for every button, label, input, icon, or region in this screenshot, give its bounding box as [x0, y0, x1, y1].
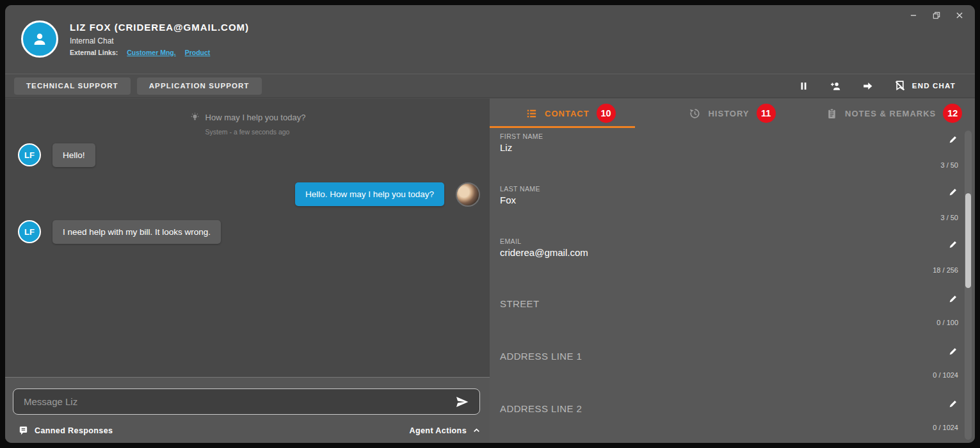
app-window: LIZ FOX (CRIDEREA@GMAIL.COM) Internal Ch… — [5, 5, 975, 443]
system-message-text: How may I help you today? — [205, 113, 306, 122]
edit-last-name-button[interactable] — [947, 187, 958, 198]
close-icon — [955, 11, 964, 20]
field-last-name: LAST NAME Fox 3 / 50 — [490, 180, 975, 233]
edit-address-line-1-button[interactable] — [947, 346, 958, 357]
char-counter: 0 / 1024 — [933, 424, 958, 431]
contact-fields: FIRST NAME Liz 3 / 50 LAST NAME Fox 3 / … — [490, 128, 975, 443]
add-person-icon — [830, 80, 842, 92]
pencil-icon — [948, 294, 958, 304]
transfer-arrow-icon — [862, 80, 874, 92]
field-address-line-2: ADDRESS LINE 2 0 / 1024 — [490, 390, 975, 443]
list-icon — [526, 108, 538, 120]
pencil-icon — [948, 239, 958, 250]
screen: LIZ FOX (CRIDEREA@GMAIL.COM) Internal Ch… — [0, 0, 980, 448]
restore-button[interactable] — [930, 10, 943, 21]
chat-type-label: Internal Chat — [70, 36, 249, 45]
char-counter: 3 / 50 — [940, 214, 958, 221]
pencil-icon — [948, 346, 958, 356]
visitor-avatar: LF — [18, 220, 41, 243]
field-label: LAST NAME — [500, 185, 540, 193]
agent-actions-button[interactable]: Agent Actions — [410, 426, 481, 435]
system-message-meta: System - a few seconds ago — [5, 128, 490, 136]
external-links: External Links: Customer Mng. Product — [70, 49, 249, 56]
scrollbar-thumb[interactable] — [965, 193, 971, 288]
close-button[interactable] — [953, 10, 966, 21]
field-label: ADDRESS LINE 2 — [500, 403, 582, 414]
pause-icon — [798, 80, 810, 92]
field-label: ADDRESS LINE 1 — [500, 351, 582, 362]
annotation-badge-11: 11 — [757, 104, 776, 123]
details-tabs: CONTACT 10 HISTORY 11 NOTES & REMARKS 12 — [490, 99, 975, 128]
canned-responses-label: Canned Responses — [35, 426, 113, 435]
message-bubble: Hello! — [52, 143, 95, 167]
field-value: Fox — [500, 195, 516, 205]
pause-chat-button[interactable] — [796, 78, 812, 93]
tab-notes-remarks-label: NOTES & REMARKS — [845, 109, 936, 118]
minimize-icon — [909, 11, 918, 20]
annotation-badge-10: 10 — [597, 104, 616, 123]
main-content: How may I help you today? System - a few… — [5, 99, 975, 443]
pencil-icon — [948, 399, 958, 409]
panel-scrollbar[interactable] — [965, 131, 972, 440]
message-input-wrap — [13, 388, 480, 415]
pencil-icon — [948, 187, 958, 197]
tab-history[interactable]: HISTORY 11 — [652, 99, 814, 128]
customer-title: LIZ FOX (CRIDEREA@GMAIL.COM) — [70, 22, 249, 33]
chat-toolbar: TECHNICAL SUPPORT APPLICATION SUPPORT EN… — [5, 74, 975, 98]
external-link-product[interactable]: Product — [185, 49, 211, 56]
pencil-icon — [948, 134, 958, 145]
edit-first-name-button[interactable] — [947, 134, 958, 145]
char-counter: 0 / 1024 — [933, 371, 958, 379]
details-panel: CONTACT 10 HISTORY 11 NOTES & REMARKS 12 — [490, 99, 975, 443]
annotation-badge-12: 12 — [943, 104, 962, 123]
agent-avatar — [456, 182, 480, 207]
edit-address-line-2-button[interactable] — [947, 399, 958, 410]
transfer-chat-button[interactable] — [860, 78, 876, 93]
canned-responses-button[interactable]: Canned Responses — [18, 425, 113, 436]
field-label: FIRST NAME — [500, 132, 543, 140]
tab-notes-remarks[interactable]: NOTES & REMARKS 12 — [813, 99, 975, 128]
chat-header: LIZ FOX (CRIDEREA@GMAIL.COM) Internal Ch… — [5, 5, 975, 74]
message-row-visitor-2: LF I need help with my bill. It looks wr… — [5, 220, 490, 244]
field-label: EMAIL — [500, 237, 522, 245]
department-tab-application-support[interactable]: APPLICATION SUPPORT — [137, 77, 262, 95]
system-message: How may I help you today? System - a few… — [5, 99, 490, 136]
message-bubble: I need help with my bill. It looks wrong… — [52, 220, 221, 244]
invite-agent-button[interactable] — [828, 78, 844, 93]
clipboard-icon — [826, 108, 838, 120]
edit-email-button[interactable] — [947, 239, 958, 250]
tab-contact[interactable]: CONTACT 10 — [490, 99, 652, 128]
end-chat-button[interactable]: END CHAT — [894, 79, 956, 92]
field-email: EMAIL criderea@gmail.com 18 / 256 — [490, 233, 975, 285]
field-label: STREET — [500, 298, 540, 309]
window-controls — [907, 10, 966, 21]
person-icon — [30, 29, 49, 49]
chevron-up-icon — [472, 426, 481, 435]
chat-actions-row: Canned Responses Agent Actions — [18, 425, 481, 436]
history-icon — [689, 108, 701, 120]
send-icon — [454, 394, 470, 410]
minimize-button[interactable] — [907, 10, 920, 21]
message-input[interactable] — [24, 396, 453, 407]
edit-street-button[interactable] — [947, 294, 958, 305]
external-links-label: External Links: — [70, 49, 118, 56]
field-value: Liz — [500, 142, 512, 153]
lightbulb-icon — [189, 112, 200, 123]
tab-history-label: HISTORY — [708, 109, 749, 118]
field-street: STREET 0 / 100 — [490, 285, 975, 338]
tab-contact-label: CONTACT — [545, 109, 590, 118]
message-bubble-agent: Hello. How may I help you today? — [295, 182, 444, 206]
department-tab-technical-support[interactable]: TECHNICAL SUPPORT — [14, 77, 131, 95]
chat-footer: Canned Responses Agent Actions — [5, 377, 490, 443]
external-link-customer-mng[interactable]: Customer Mng. — [127, 49, 175, 56]
agent-actions-label: Agent Actions — [410, 426, 467, 435]
canned-responses-icon — [18, 425, 29, 436]
visitor-avatar: LF — [18, 143, 41, 166]
field-first-name: FIRST NAME Liz 3 / 50 — [490, 128, 975, 180]
field-value: criderea@gmail.com — [500, 247, 588, 258]
customer-avatar — [21, 20, 58, 58]
restore-icon — [932, 11, 941, 20]
send-button[interactable] — [453, 393, 471, 411]
chat-panel: How may I help you today? System - a few… — [5, 99, 490, 443]
message-row-visitor-1: LF Hello! — [5, 143, 490, 167]
